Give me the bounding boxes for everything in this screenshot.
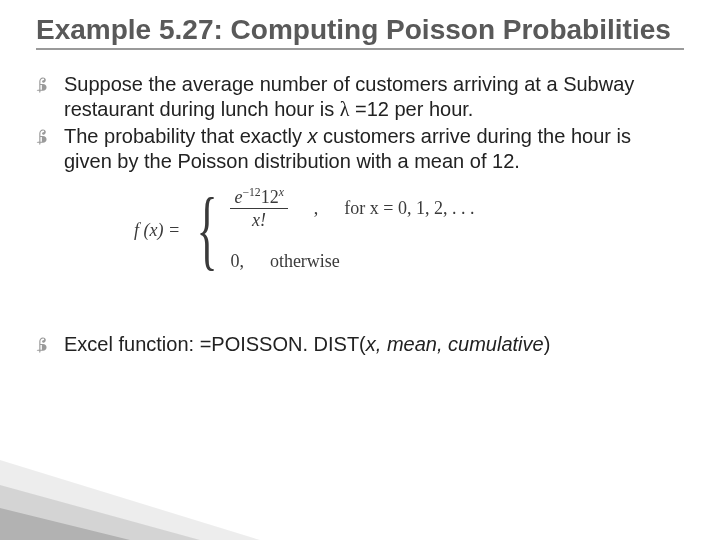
fraction: e−1212x x!: [230, 188, 287, 229]
condition-2: otherwise: [270, 251, 340, 272]
wedge-icon: [0, 508, 130, 540]
slide: Example 5.27: Computing Poisson Probabil…: [0, 0, 720, 540]
twelve: 12: [261, 187, 279, 207]
bullet-item-3: Excel function: =POISSON. DIST(x, mean, …: [36, 332, 684, 357]
text: Excel function:: [64, 333, 200, 355]
formula-label: f (x) =: [134, 220, 180, 241]
exp-neg12: −12: [242, 186, 260, 199]
lambda-symbol: λ: [340, 98, 350, 120]
comma: ,: [314, 198, 319, 219]
denominator: x!: [252, 209, 266, 229]
formula-block: f (x) = { e−1212x x! , for x = 0, 1, 2, …: [134, 188, 684, 272]
cases: e−1212x x! , for x = 0, 1, 2, . . . 0, o…: [230, 188, 474, 272]
piecewise-formula: f (x) = { e−1212x x! , for x = 0, 1, 2, …: [134, 188, 684, 272]
excel-function-name: =POISSON. DIST(: [200, 333, 366, 355]
bullet-item-2: The probability that exactly x customers…: [36, 124, 684, 174]
case-2: 0, otherwise: [230, 251, 474, 272]
left-brace-icon: {: [197, 199, 218, 261]
slide-title: Example 5.27: Computing Poisson Probabil…: [36, 14, 684, 50]
corner-decoration: [0, 450, 300, 540]
bullet-list-2: Excel function: =POISSON. DIST(x, mean, …: [36, 332, 684, 357]
case-1: e−1212x x! , for x = 0, 1, 2, . . .: [230, 188, 474, 229]
text: The probability that exactly: [64, 125, 307, 147]
bullet-list-1: Suppose the average number of customers …: [36, 72, 684, 174]
numerator: e−1212x: [230, 188, 287, 209]
bullet-item-1: Suppose the average number of customers …: [36, 72, 684, 122]
condition-1: for x = 0, 1, 2, . . .: [344, 198, 474, 219]
variable-x: x: [307, 125, 317, 147]
excel-function-args: x, mean, cumulative: [366, 333, 544, 355]
exp-x: x: [279, 186, 284, 199]
text: =12 per hour.: [349, 98, 473, 120]
zero: 0,: [230, 251, 244, 272]
excel-function-close: ): [544, 333, 551, 355]
